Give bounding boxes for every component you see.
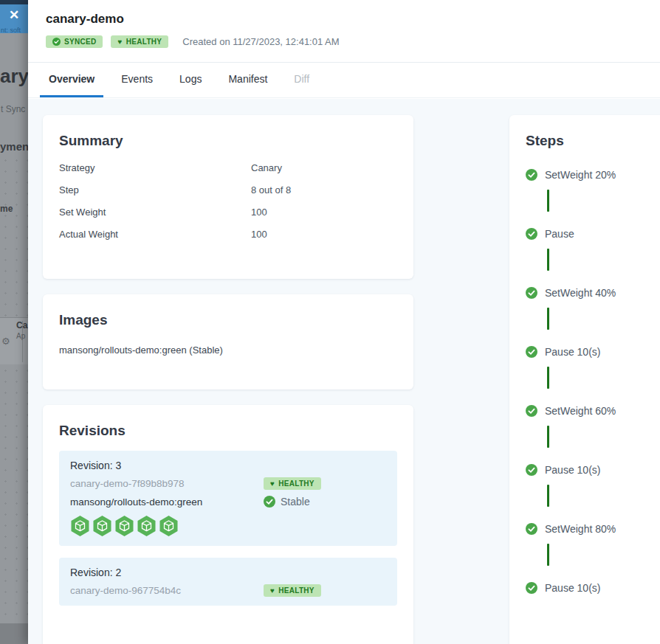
summary-row-set-weight: Set Weight 100 bbox=[59, 201, 397, 223]
step-item: Pause 10(s) bbox=[526, 580, 660, 596]
heart-icon: ♥ bbox=[270, 480, 275, 488]
revision-name: Revision: 3 bbox=[70, 460, 386, 471]
revision-image: mansong/rollouts-demo:green bbox=[70, 496, 264, 508]
summary-rows: Strategy Canary Step 8 out of 8 Set Weig… bbox=[59, 156, 397, 245]
background-card-fragment: Ca Ap ⚙ bbox=[0, 317, 28, 364]
step-complete-icon bbox=[526, 582, 537, 594]
revisions-card: Revisions Revision: 3 canary-demo-7f89b8… bbox=[43, 405, 413, 644]
step-label: Pause 10(s) bbox=[545, 346, 600, 358]
step-label: SetWeight 20% bbox=[545, 169, 616, 181]
step-connector bbox=[547, 190, 549, 212]
summary-row-strategy: Strategy Canary bbox=[59, 156, 397, 179]
revision-row: canary-demo-967754b4c ♥ HEALTHY bbox=[70, 584, 386, 597]
step-item: SetWeight 40% bbox=[526, 285, 660, 301]
steps-title: Steps bbox=[526, 133, 660, 149]
background-footer-strip bbox=[0, 623, 28, 644]
tab-logs[interactable]: Logs bbox=[171, 63, 210, 97]
close-icon: ✕ bbox=[9, 4, 19, 27]
step-item: Pause bbox=[526, 226, 660, 242]
health-status-label: HEALTHY bbox=[126, 38, 162, 46]
stable-indicator: Stable bbox=[264, 496, 310, 508]
replicaset-name: canary-demo-967754b4c bbox=[70, 585, 264, 596]
background-card-subtext: Ap bbox=[16, 332, 25, 340]
background-app-title-fragment: ary- bbox=[0, 65, 28, 88]
step-complete-icon bbox=[526, 464, 537, 476]
step-item: SetWeight 60% bbox=[526, 403, 660, 419]
step-label: SetWeight 80% bbox=[545, 523, 616, 535]
pod-icon[interactable] bbox=[70, 515, 90, 537]
revision-name: Revision: 2 bbox=[70, 567, 386, 578]
background-column-header-fragment: me bbox=[0, 204, 13, 214]
status-badge-row: SYNCED ♥ HEALTHY Created on 11/27/2023, … bbox=[46, 35, 660, 48]
pod-icon[interactable] bbox=[114, 515, 134, 537]
pod-icon[interactable] bbox=[92, 515, 112, 537]
summary-title: Summary bbox=[59, 133, 397, 149]
sync-status-label: SYNCED bbox=[64, 38, 96, 46]
pod-icon[interactable] bbox=[137, 515, 157, 537]
revision-item-2: Revision: 2 canary-demo-967754b4c ♥ HEAL… bbox=[59, 558, 397, 606]
step-complete-icon bbox=[526, 523, 537, 535]
check-circle-icon bbox=[52, 38, 61, 46]
tab-events[interactable]: Events bbox=[112, 63, 162, 97]
step-item: SetWeight 80% bbox=[526, 521, 660, 537]
summary-row-actual-weight: Actual Weight 100 bbox=[59, 223, 397, 245]
step-complete-icon bbox=[526, 228, 537, 240]
step-complete-icon bbox=[526, 405, 537, 417]
summary-row-step: Step 8 out of 8 bbox=[59, 179, 397, 201]
summary-label: Strategy bbox=[59, 162, 251, 173]
background-sync-fragment: t Sync bbox=[1, 104, 25, 114]
pod-row bbox=[70, 515, 386, 537]
revisions-title: Revisions bbox=[59, 423, 397, 439]
background-section-fragment: yment bbox=[0, 140, 28, 153]
stable-label: Stable bbox=[281, 496, 310, 508]
tab-overview[interactable]: Overview bbox=[40, 63, 103, 97]
step-connector bbox=[547, 367, 549, 389]
steps-list: SetWeight 20% Pause SetWeight 40% Pause … bbox=[526, 167, 660, 596]
summary-value: 100 bbox=[251, 207, 267, 218]
health-status-badge: ♥ HEALTHY bbox=[111, 35, 168, 48]
step-connector bbox=[547, 249, 549, 271]
step-connector bbox=[547, 485, 549, 507]
image-item: mansong/rollouts-demo:green (Stable) bbox=[59, 344, 397, 356]
revision-health-label: HEALTHY bbox=[278, 479, 314, 488]
background-card-text: Ca bbox=[16, 320, 27, 330]
heart-icon: ♥ bbox=[117, 38, 122, 46]
panel-header: canary-demo SYNCED ♥ HEALTHY Created on … bbox=[28, 0, 660, 63]
created-timestamp: Created on 11/27/2023, 12:41:01 AM bbox=[182, 36, 339, 47]
images-title: Images bbox=[59, 312, 397, 328]
step-item: SetWeight 20% bbox=[526, 167, 660, 183]
pod-icon[interactable] bbox=[159, 515, 179, 537]
rollout-detail-panel: canary-demo SYNCED ♥ HEALTHY Created on … bbox=[28, 0, 660, 644]
revision-health-badge: ♥ HEALTHY bbox=[264, 477, 321, 490]
step-label: Pause bbox=[545, 228, 574, 240]
steps-card: Steps SetWeight 20% Pause SetWeight 40% bbox=[509, 115, 660, 644]
step-complete-icon bbox=[526, 169, 537, 181]
gear-icon: ⚙ bbox=[1, 336, 10, 347]
replicaset-name: canary-demo-7f89b8b978 bbox=[70, 478, 264, 489]
background-page-strip: ✕ nt: soft ary- t Sync yment me Ca Ap ⚙ bbox=[0, 0, 28, 644]
step-connector bbox=[547, 544, 549, 566]
step-connector bbox=[547, 426, 549, 448]
summary-value: 100 bbox=[251, 229, 267, 240]
summary-label: Step bbox=[59, 184, 251, 195]
revision-health-label: HEALTHY bbox=[278, 586, 314, 595]
check-circle-icon bbox=[264, 496, 275, 508]
revision-row: mansong/rollouts-demo:green Stable bbox=[70, 496, 386, 508]
sync-status-badge: SYNCED bbox=[46, 35, 103, 48]
summary-card: Summary Strategy Canary Step 8 out of 8 … bbox=[43, 115, 413, 279]
step-label: Pause 10(s) bbox=[545, 582, 600, 594]
step-complete-icon bbox=[526, 287, 537, 299]
tab-manifest[interactable]: Manifest bbox=[219, 63, 276, 97]
summary-label: Actual Weight bbox=[59, 229, 251, 240]
background-link-fragment: nt: soft bbox=[1, 27, 21, 34]
revision-row: canary-demo-7f89b8b978 ♥ HEALTHY bbox=[70, 477, 386, 490]
step-item: Pause 10(s) bbox=[526, 462, 660, 478]
step-label: SetWeight 40% bbox=[545, 287, 616, 299]
heart-icon: ♥ bbox=[270, 587, 275, 595]
summary-value: 8 out of 8 bbox=[251, 184, 291, 195]
page-title: canary-demo bbox=[46, 12, 660, 27]
step-item: Pause 10(s) bbox=[526, 344, 660, 360]
overview-content: Summary Strategy Canary Step 8 out of 8 … bbox=[28, 99, 660, 644]
revision-health-badge: ♥ HEALTHY bbox=[264, 584, 321, 597]
summary-label: Set Weight bbox=[59, 207, 251, 218]
